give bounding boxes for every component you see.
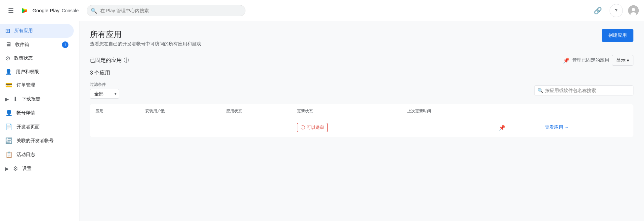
- users-icon: 👤: [5, 69, 12, 75]
- sidebar-item-linked[interactable]: 🔄 关联的开发者帐号: [0, 134, 74, 148]
- apps-table: 应用 安装用户数 应用状态 更新状态 上次更新时间 ⓘ: [90, 104, 633, 137]
- pinned-help-icon[interactable]: ⓘ: [124, 57, 129, 64]
- policy-icon: ⊘: [5, 55, 10, 62]
- table-header-row: 应用 安装用户数 应用状态 更新状态 上次更新时间: [90, 104, 633, 118]
- cell-app-status: [221, 118, 291, 137]
- expand-left-icon: ▶: [5, 96, 9, 102]
- search-apps-input[interactable]: [534, 85, 633, 95]
- sidebar-label-inbox: 收件箱: [15, 42, 29, 48]
- sidebar-label-users: 用户和权限: [16, 69, 39, 75]
- update-status-badge: ⓘ 可以送审: [297, 123, 328, 132]
- view-app-link[interactable]: 查看应用 →: [545, 125, 628, 131]
- sidebar-label-orders: 订单管理: [17, 82, 35, 88]
- update-status-text: 可以送审: [307, 125, 324, 131]
- settings-icon: ⚙: [13, 165, 18, 172]
- all-apps-icon: ⊞: [5, 27, 10, 34]
- page-header: 所有应用 查看您在自己的开发者帐号中可访问的所有应用和游戏 创建应用: [90, 29, 633, 47]
- search-apps-icon: 🔍: [537, 88, 543, 93]
- orders-icon: 💳: [5, 82, 13, 89]
- sidebar-item-policy[interactable]: ⊘ 政策状态: [0, 51, 74, 65]
- filter-select-wrapper: 全部 已发布 草稿 已暂停 ▾: [90, 89, 119, 99]
- body: ⊞ 所有应用 🖥 收件箱 1 ⊘ 政策状态 👤 用户和权限 💳 订单管理 ▶ ⬇…: [0, 21, 644, 221]
- search-apps-wrapper: 🔍: [534, 85, 633, 95]
- reports-icon: ⬇: [13, 95, 18, 103]
- logo: Google Play Console: [19, 5, 79, 16]
- col-last-updated: 上次更新时间: [402, 104, 494, 118]
- account-icon: 👤: [5, 109, 13, 117]
- col-update-status: 更新状态: [292, 104, 402, 118]
- sidebar-label-reports: 下载报告: [22, 96, 40, 102]
- cell-app-name: [90, 118, 140, 137]
- filter-label: 过滤条件: [90, 82, 119, 87]
- inbox-icon: 🖥: [5, 41, 11, 48]
- sidebar-item-settings[interactable]: ▶ ⚙ 设置: [0, 162, 74, 176]
- sidebar-item-users[interactable]: 👤 用户和权限: [0, 65, 74, 78]
- linked-icon: 🔄: [5, 137, 13, 144]
- manage-pinned-text: 管理已固定的应用: [572, 57, 609, 63]
- play-store-icon: [19, 5, 30, 16]
- info-circle-icon: ⓘ: [301, 125, 305, 131]
- apps-count: 3 个应用: [90, 70, 633, 77]
- sidebar-label-developer-page: 开发者页面: [17, 124, 40, 130]
- sidebar-label-policy: 政策状态: [14, 55, 33, 61]
- col-pin: [494, 104, 539, 118]
- sidebar-item-inbox[interactable]: 🖥 收件箱 1: [0, 38, 74, 51]
- section-actions: 📌 管理已固定的应用 显示 ▾: [563, 55, 633, 66]
- cell-view-link: 查看应用 →: [539, 118, 633, 137]
- main-content: 所有应用 查看您在自己的开发者帐号中可访问的所有应用和游戏 创建应用 已固定的应…: [79, 21, 644, 221]
- logo-text: Google Play Console: [32, 8, 79, 13]
- cell-installs: [140, 118, 221, 137]
- pinned-section-title: 已固定的应用 ⓘ: [90, 57, 129, 64]
- sidebar-item-developer-page[interactable]: 📄 开发者页面: [0, 120, 74, 134]
- avatar[interactable]: [628, 5, 639, 16]
- page-subtitle: 查看您在自己的开发者帐号中可访问的所有应用和游戏: [90, 41, 201, 47]
- col-installs: 安装用户数: [140, 104, 221, 118]
- help-button[interactable]: ?: [610, 4, 623, 17]
- link-button[interactable]: 🔗: [591, 4, 604, 17]
- cell-pin: 📌: [494, 118, 539, 137]
- page-title: 所有应用: [90, 29, 201, 40]
- sidebar-item-account[interactable]: 👤 帐号详情: [0, 106, 74, 120]
- sidebar-label-linked: 关联的开发者帐号: [17, 138, 54, 144]
- filter-row: 过滤条件 全部 已发布 草稿 已暂停 ▾ 🔍: [90, 82, 633, 99]
- header: ☰ Google Play Console: [0, 0, 644, 21]
- sidebar-label-activity: 活动日志: [17, 152, 35, 158]
- settings-expand-icon: ▶: [5, 166, 9, 171]
- inbox-badge: 1: [62, 41, 68, 48]
- svg-point-3: [632, 8, 635, 11]
- pinned-section-header: 已固定的应用 ⓘ 📌 管理已固定的应用 显示 ▾: [90, 55, 633, 66]
- sidebar-item-activity[interactable]: 📋 活动日志: [0, 148, 74, 162]
- search-container: 🔍: [87, 5, 245, 16]
- search-input[interactable]: [87, 5, 245, 16]
- sidebar-label-account: 帐号详情: [17, 110, 35, 116]
- create-app-button[interactable]: 创建应用: [602, 29, 633, 42]
- header-actions: 🔗 ?: [591, 4, 639, 17]
- menu-button[interactable]: ☰: [5, 4, 17, 17]
- developer-page-icon: 📄: [5, 123, 13, 131]
- sidebar-item-orders[interactable]: 💳 订单管理: [0, 78, 74, 92]
- page-header-left: 所有应用 查看您在自己的开发者帐号中可访问的所有应用和游戏: [90, 29, 201, 47]
- col-app: 应用: [90, 104, 140, 118]
- show-button[interactable]: 显示 ▾: [612, 55, 633, 66]
- sidebar-item-reports[interactable]: ▶ ⬇ 下载报告: [0, 92, 74, 106]
- sidebar: ⊞ 所有应用 🖥 收件箱 1 ⊘ 政策状态 👤 用户和权限 💳 订单管理 ▶ ⬇…: [0, 21, 79, 221]
- sidebar-item-all-apps[interactable]: ⊞ 所有应用: [0, 24, 74, 38]
- sidebar-label-all-apps: 所有应用: [14, 28, 33, 34]
- cell-last-updated: [402, 118, 494, 137]
- filter-wrapper: 过滤条件 全部 已发布 草稿 已暂停 ▾: [90, 82, 119, 99]
- pin-icon: 📌: [563, 57, 570, 64]
- activity-icon: 📋: [5, 151, 13, 158]
- filter-select[interactable]: 全部 已发布 草稿 已暂停: [90, 89, 119, 99]
- row-pin-icon[interactable]: 📌: [499, 125, 505, 131]
- search-icon: 🔍: [91, 7, 97, 14]
- col-view: [539, 104, 633, 118]
- table-row: ⓘ 可以送审 📌 查看应用 →: [90, 118, 633, 137]
- col-app-status: 应用状态: [221, 104, 291, 118]
- cell-update-status: ⓘ 可以送审: [292, 118, 402, 137]
- chevron-down-icon: ▾: [627, 58, 629, 63]
- filter-group: 过滤条件 全部 已发布 草稿 已暂停 ▾: [90, 82, 119, 99]
- sidebar-label-settings: 设置: [22, 166, 31, 172]
